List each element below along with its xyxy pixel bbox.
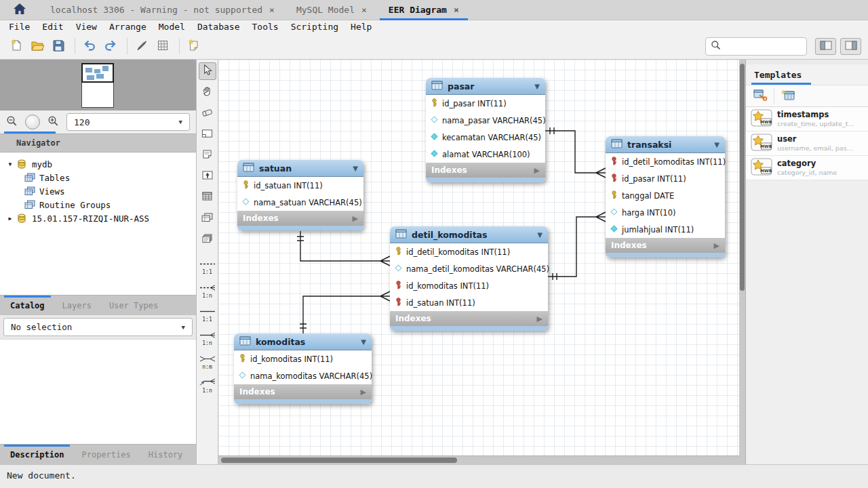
table-header-detil-komoditas[interactable]: detil_komoditas▼	[390, 226, 548, 243]
table-header-pasar[interactable]: pasar▼	[426, 78, 545, 95]
diagram-table-pasar[interactable]: pasar▼id_pasar INT(11)nama_pasar VARCHAR…	[426, 78, 545, 182]
template-item-category[interactable]: MWBcategorycategory_id, name	[746, 156, 868, 180]
zoom-out-icon[interactable]	[6, 115, 18, 129]
tool-insert-image[interactable]	[199, 167, 216, 185]
horizontal-scrollbar[interactable]	[218, 455, 739, 464]
menu-item-file[interactable]: File	[3, 22, 36, 32]
vertical-scrollbar[interactable]	[739, 60, 746, 464]
diagram-table-transaksi[interactable]: transaksi▼id_detil_komoditas INT(11)id_p…	[606, 136, 725, 258]
tool-pan[interactable]	[199, 83, 216, 101]
column-row-nama-detil-komoditas[interactable]: nama_detil_komoditas VARCHAR(45)	[390, 260, 548, 277]
tab-history[interactable]: History	[140, 445, 192, 464]
tab-close-icon[interactable]: ×	[454, 5, 459, 15]
relationship-komoditas-detil_komoditas[interactable]	[300, 291, 390, 333]
collapse-arrow-icon[interactable]: ▼	[534, 83, 540, 90]
indexes-expand-icon[interactable]: ▶	[361, 388, 366, 396]
column-row-id-komoditas[interactable]: id_komoditas INT(11)	[234, 350, 372, 367]
menu-item-edit[interactable]: Edit	[36, 22, 69, 32]
tool-select[interactable]	[199, 62, 216, 80]
tab-properties[interactable]: Properties	[73, 445, 139, 464]
column-row-nama-pasar[interactable]: nama_pasar VARCHAR(45)	[426, 112, 545, 129]
relationship-satuan-detil_komoditas[interactable]	[297, 231, 390, 266]
collapse-arrow-icon[interactable]: ▼	[353, 165, 358, 172]
column-row-id-detil-komoditas[interactable]: id_detil_komoditas INT(11)	[390, 243, 548, 260]
tree-expander-icon[interactable]: ▼	[5, 161, 15, 167]
tool-rel-ntom[interactable]: n:m	[199, 351, 216, 371]
collapse-arrow-icon[interactable]: ▼	[714, 141, 719, 148]
relationship-detil_komoditas-transaksi[interactable]	[548, 212, 606, 280]
column-row-nama-komoditas[interactable]: nama_komoditas VARCHAR(45)	[234, 367, 372, 384]
tree-expander-icon[interactable]: ▶	[5, 216, 15, 222]
menu-item-tools[interactable]: Tools	[246, 22, 285, 32]
menu-item-view[interactable]: View	[70, 22, 103, 32]
tool-rel-1to1-identifying[interactable]: 1:1	[199, 304, 216, 324]
tool-delete[interactable]	[199, 104, 216, 122]
new-template-button[interactable]	[779, 88, 797, 104]
tab-close-icon[interactable]: ×	[269, 5, 275, 15]
app-tab-mysql-model[interactable]: MySQL Model×	[285, 0, 378, 20]
table-header-komoditas[interactable]: komoditas▼	[234, 333, 372, 350]
tab-user-types[interactable]: User Types	[100, 296, 167, 315]
tool-rel-1ton-nonidentifying[interactable]: 1:n	[199, 280, 216, 300]
minimap-viewport[interactable]	[81, 63, 114, 83]
new-document-button[interactable]	[7, 37, 26, 56]
indexes-expand-icon[interactable]: ▶	[537, 314, 542, 323]
relationship-pasar-transaksi[interactable]	[545, 127, 606, 178]
table-header-transaksi[interactable]: transaksi▼	[606, 136, 725, 153]
template-item-timestamps[interactable]: MWBtimestampscreate_time, update_time	[746, 107, 868, 131]
tab-description[interactable]: Description	[1, 445, 73, 464]
tree-item-mydb[interactable]: ▼mydb	[0, 157, 196, 171]
column-row-id-satuan[interactable]: id_satuan INT(11)	[390, 294, 548, 311]
toggle-left-panel-button[interactable]	[815, 38, 836, 55]
tool-rel-existing-columns[interactable]: 1:n	[199, 375, 216, 395]
undo-button[interactable]	[80, 37, 99, 56]
column-row-id-komoditas[interactable]: id_komoditas INT(11)	[390, 277, 548, 294]
tab-layers[interactable]: Layers	[54, 296, 100, 315]
tool-new-routine-group[interactable]	[199, 230, 216, 248]
tree-item-tables[interactable]: Tables	[0, 171, 196, 184]
diagram-table-komoditas[interactable]: komoditas▼id_komoditas INT(11)nama_komod…	[234, 333, 372, 404]
search-input[interactable]	[724, 41, 802, 51]
indexes-bar[interactable]: Indexes▶	[237, 211, 363, 226]
indexes-bar[interactable]: Indexes▶	[426, 163, 545, 178]
tool-new-layer[interactable]	[199, 125, 216, 143]
redo-button[interactable]	[101, 37, 120, 56]
chevron-down-icon[interactable]: ▼	[172, 119, 189, 125]
menu-item-arrange[interactable]: Arrange	[103, 22, 153, 32]
tool-new-view[interactable]	[199, 209, 216, 227]
tool-rel-1to1-nonidentifying[interactable]: 1:1	[199, 256, 216, 277]
selection-combo[interactable]: No selection ▼	[3, 318, 193, 336]
zoom-level-combo[interactable]: 120 ▼	[66, 113, 190, 131]
templates-header[interactable]: Templates	[746, 64, 868, 85]
column-row-kecamatan[interactable]: kecamatan VARCHAR(45)	[426, 129, 545, 146]
tree-item-routine-groups[interactable]: Routine Groups	[0, 198, 196, 211]
column-row-id-pasar[interactable]: id_pasar INT(11)	[426, 95, 545, 112]
tool-rel-1ton-identifying[interactable]: 1:n	[199, 327, 216, 348]
column-row-id-detil-komoditas[interactable]: id_detil_komoditas INT(11)	[606, 153, 725, 170]
tool-new-table[interactable]	[199, 188, 216, 206]
indexes-bar[interactable]: Indexes▶	[390, 311, 548, 326]
vertical-scrollbar-thumb[interactable]	[740, 64, 745, 291]
home-tab[interactable]	[0, 0, 39, 20]
column-row-tanggal[interactable]: tanggal DATE	[606, 187, 725, 204]
indexes-bar[interactable]: Indexes▶	[606, 238, 725, 253]
toggle-edit-button[interactable]	[132, 37, 151, 56]
eer-diagram-canvas[interactable]: pasar▼id_pasar INT(11)nama_pasar VARCHAR…	[218, 60, 739, 455]
collapse-arrow-icon[interactable]: ▼	[361, 338, 366, 346]
tab-close-icon[interactable]: ×	[361, 5, 367, 15]
menu-item-database[interactable]: Database	[191, 22, 246, 32]
toggle-right-panel-button[interactable]	[840, 38, 861, 55]
tab-catalog[interactable]: Catalog	[1, 296, 54, 315]
app-tab-eer-diagram[interactable]: EER Diagram×	[378, 0, 470, 20]
open-model-button[interactable]	[28, 37, 47, 56]
new-diagram-button[interactable]	[184, 37, 203, 56]
toggle-grid-button[interactable]	[153, 37, 172, 56]
indexes-bar[interactable]: Indexes▶	[234, 384, 372, 399]
column-row-alamat[interactable]: alamat VARCHAR(100)	[426, 146, 545, 163]
column-row-id-satuan[interactable]: id_satuan INT(11)	[237, 177, 363, 194]
search-box[interactable]	[705, 37, 807, 56]
chevron-down-icon[interactable]: ▼	[182, 324, 185, 331]
menu-item-model[interactable]: Model	[153, 22, 191, 32]
indexes-expand-icon[interactable]: ▶	[534, 166, 540, 175]
app-tab-localhost-3306-warning-not-supported[interactable]: localhost 3306 - Warning - not supported…	[39, 0, 285, 20]
